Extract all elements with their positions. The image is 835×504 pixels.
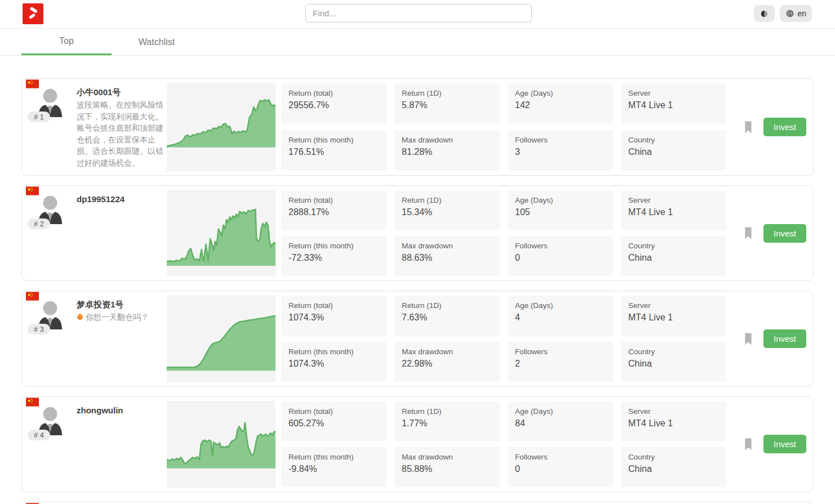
stat-age-days: Age (Days)84	[508, 402, 613, 441]
trader-identity: # 2 dp19951224	[22, 186, 167, 280]
language-label: en	[797, 9, 806, 18]
stat-return-total: Return (total)605.27%	[281, 402, 387, 441]
stat-return-1d: Return (1D)5.87%	[394, 83, 500, 124]
flag-china-icon	[26, 292, 39, 301]
stat-country: CountryChina	[621, 130, 726, 171]
stat-return-total: Return (total)2888.17%	[281, 190, 387, 230]
invest-button[interactable]: Invest	[763, 435, 806, 453]
stat-max-drawdown: Max drawdown88.63%	[394, 236, 500, 276]
stats-grid: Return (total)1074.3% Return (1D)7.63% A…	[276, 291, 726, 386]
stats-grid: Return (total)29556.7% Return (1D)5.87% …	[276, 79, 726, 175]
trader-description: 你想一天翻仓吗？	[77, 311, 166, 323]
bookmark-icon[interactable]	[744, 227, 753, 239]
trader-name: 梦卓投资1号	[77, 298, 166, 310]
fire-icon	[76, 313, 84, 321]
theme-toggle-button[interactable]	[754, 5, 775, 22]
stat-followers: Followers0	[508, 447, 613, 487]
stat-age-days: Age (Days)105	[508, 190, 613, 230]
stat-country: CountryChina	[621, 236, 726, 276]
stat-server: ServerMT4 Live 1	[621, 296, 726, 336]
rank-badge: # 2	[28, 218, 50, 229]
equity-sparkline	[167, 79, 276, 175]
stat-return-1d: Return (1D)15.34%	[394, 190, 500, 230]
stat-server: ServerMT4 Live 1	[621, 190, 726, 230]
stat-followers: Followers3	[508, 130, 613, 171]
invest-button[interactable]: Invest	[763, 224, 806, 243]
stat-return-1d: Return (1D)7.63%	[394, 296, 500, 336]
stat-server: ServerMT4 Live 1	[621, 83, 726, 124]
stat-return-month: Return (this month)-72.33%	[281, 236, 387, 276]
rank-badge: # 1	[28, 111, 50, 122]
tab-watchlist[interactable]: Watchlist	[112, 29, 202, 55]
equity-sparkline	[167, 186, 276, 280]
rank-badge: # 3	[28, 324, 50, 334]
trader-description: 波段策略。在控制风险情况下，实现利润最大化。账号会抓住底部和顶部建仓机会，在设置…	[77, 99, 166, 168]
language-button[interactable]: en	[780, 5, 812, 22]
trader-list: # 1 小牛0001号 波段策略。在控制风险情况下，实现利润最大化。账号会抓住底…	[0, 56, 835, 504]
trader-card[interactable]: # 2 dp19951224 Return (total)2888.17% Re…	[21, 185, 814, 281]
stat-return-total: Return (total)29556.7%	[281, 83, 387, 124]
app-header: en	[0, 0, 835, 29]
trader-name: zhongwulin	[77, 404, 166, 416]
stat-return-total: Return (total)1074.3%	[281, 296, 387, 336]
stat-max-drawdown: Max drawdown85.88%	[394, 447, 500, 487]
stat-followers: Followers0	[508, 236, 613, 276]
app-logo-icon[interactable]	[23, 3, 43, 24]
trader-name: dp19951224	[77, 193, 166, 205]
stats-grid: Return (total)605.27% Return (1D)1.77% A…	[276, 397, 726, 492]
invest-button[interactable]: Invest	[763, 329, 806, 348]
trader-card[interactable]: # 3 梦卓投资1号 你想一天翻仓吗？ Return (total)1074.3…	[21, 291, 814, 386]
stat-followers: Followers2	[508, 342, 613, 382]
search-input[interactable]	[305, 4, 532, 23]
stat-age-days: Age (Days)142	[508, 83, 613, 124]
search-container	[305, 4, 532, 23]
stat-return-month: Return (this month)-9.84%	[281, 447, 387, 487]
trader-card[interactable]: # 1 小牛0001号 波段策略。在控制风险情况下，实现利润最大化。账号会抓住底…	[21, 78, 814, 176]
trader-identity: # 4 zhongwulin	[22, 397, 167, 492]
invest-button[interactable]: Invest	[763, 118, 806, 136]
stat-return-month: Return (this month)1074.3%	[281, 342, 387, 382]
tab-bar: Top Watchlist	[0, 29, 835, 56]
trader-card[interactable]: # 5 汇市杰西（稳健仓位） 顺势波段交易策略 Return (total)58…	[21, 502, 814, 504]
tab-top[interactable]: Top	[21, 29, 112, 55]
trader-identity: # 1 小牛0001号 波段策略。在控制风险情况下，实现利润最大化。账号会抓住底…	[22, 79, 167, 175]
globe-icon	[785, 9, 794, 18]
stat-return-1d: Return (1D)1.77%	[394, 402, 500, 441]
stat-max-drawdown: Max drawdown81.28%	[394, 130, 500, 171]
equity-sparkline	[167, 397, 276, 492]
stat-country: CountryChina	[621, 342, 726, 382]
stat-age-days: Age (Days)4	[508, 296, 613, 336]
flag-china-icon	[26, 186, 39, 195]
bookmark-icon[interactable]	[744, 121, 753, 133]
stat-return-month: Return (this month)176.51%	[281, 130, 387, 171]
bookmark-icon[interactable]	[744, 333, 753, 345]
trader-name: 小牛0001号	[77, 86, 166, 98]
rank-badge: # 4	[28, 430, 50, 440]
trader-identity: # 3 梦卓投资1号 你想一天翻仓吗？	[22, 291, 167, 386]
flag-china-icon	[26, 398, 39, 407]
stat-max-drawdown: Max drawdown22.98%	[394, 342, 500, 382]
trader-card[interactable]: # 4 zhongwulin Return (total)605.27% Ret…	[21, 396, 814, 492]
bookmark-icon[interactable]	[744, 438, 753, 451]
contrast-icon	[760, 9, 769, 19]
stats-grid: Return (total)2888.17% Return (1D)15.34%…	[276, 186, 726, 280]
stat-server: ServerMT4 Live 1	[621, 402, 726, 441]
flag-china-icon	[26, 79, 39, 88]
equity-sparkline	[167, 291, 276, 386]
stat-country: CountryChina	[621, 447, 726, 487]
